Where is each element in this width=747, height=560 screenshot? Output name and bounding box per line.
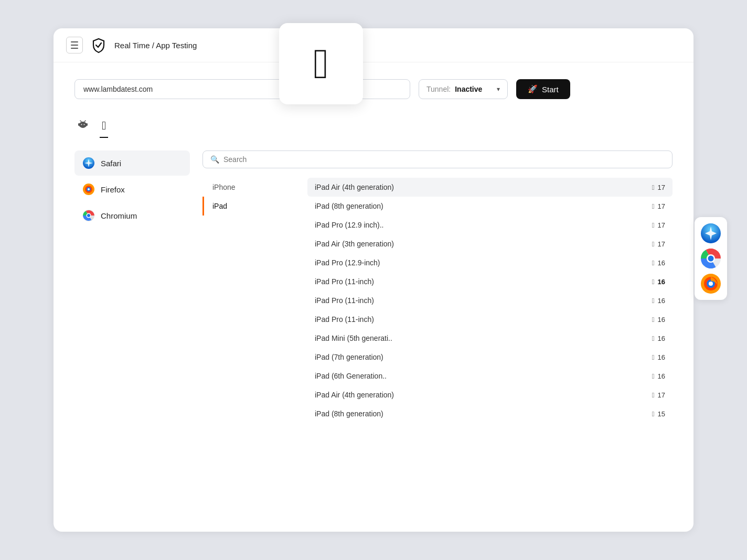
tunnel-label: Tunnel:	[426, 85, 451, 93]
svg-point-26	[709, 282, 713, 286]
device-name: iPad Mini (5th generati..	[315, 334, 652, 342]
tab-ios[interactable]: 	[100, 116, 108, 138]
device-name: iPad Pro (11-inch)	[315, 315, 652, 324]
tab-android[interactable]	[74, 114, 91, 138]
apple-icon-small: 	[652, 316, 655, 324]
browser-item-firefox[interactable]: Firefox	[74, 177, 190, 202]
table-row[interactable]: iPad (8th generation)  15	[307, 404, 673, 423]
ios-version: 16	[658, 335, 665, 342]
table-row[interactable]: iPad Mini (5th generati..  16	[307, 329, 673, 348]
browser-safari-label: Safari	[101, 159, 121, 168]
device-columns: iPhone iPad iPad Air (4th generation)  …	[202, 178, 673, 423]
apple-popup: 	[279, 23, 363, 104]
ios-version: 16	[658, 353, 665, 361]
right-chromium-button[interactable]	[700, 247, 722, 270]
svg-point-14	[88, 188, 90, 190]
firefox-icon	[82, 182, 95, 196]
ios-version: 16	[658, 316, 665, 324]
safari-icon	[82, 156, 95, 170]
tunnel-dropdown[interactable]: Tunnel: Inactive ▾	[419, 79, 508, 99]
apple-icon-small: 	[652, 297, 655, 305]
apple-icon-small: 	[652, 410, 655, 418]
apple-icon-small: 	[652, 391, 655, 399]
device-search-input[interactable]	[223, 155, 665, 164]
device-name: iPad Air (3th generation)	[315, 240, 652, 248]
ios-version: 15	[658, 410, 665, 418]
table-row[interactable]: iPad Pro (11-inch)  16	[307, 272, 673, 291]
ios-version: 17	[658, 221, 665, 229]
ios-version: 17	[658, 240, 665, 248]
tunnel-value: Inactive	[455, 85, 482, 93]
table-row[interactable]: iPad Pro (11-inch)  16	[307, 310, 673, 329]
device-name: iPad Pro (11-inch)	[315, 277, 652, 286]
device-name: iPad (6th Generation..	[315, 372, 652, 380]
svg-line-5	[80, 121, 81, 122]
table-row[interactable]: iPad Pro (11-inch)  16	[307, 291, 673, 310]
browser-chromium-label: Chromium	[101, 211, 137, 220]
device-name: iPad (8th generation)	[315, 202, 652, 210]
browser-item-safari[interactable]: Safari	[74, 150, 190, 176]
browser-list: Safari Firefox	[74, 150, 190, 228]
ios-version: 16	[658, 372, 665, 380]
device-name: iPad (8th generation)	[315, 410, 652, 418]
content-area: Tunnel: Inactive ▾ 🚀 Start	[54, 62, 693, 444]
browser-item-chromium[interactable]: Chromium	[74, 203, 190, 228]
ios-version: 17	[658, 202, 665, 210]
apple-icon-small: 	[652, 202, 655, 210]
apple-icon-small: 	[652, 353, 655, 361]
chevron-down-icon: ▾	[497, 85, 500, 93]
device-name: iPad Pro (12.9-inch)	[315, 259, 652, 267]
table-row[interactable]: iPad Air (4th generation)  17	[307, 385, 673, 404]
svg-rect-2	[79, 123, 87, 127]
apple-icon-small: 	[652, 184, 655, 191]
device-panel: 🔍 iPhone iPad iPad Air (4th generation)	[202, 150, 673, 423]
table-row[interactable]: iPad Pro (12.9-inch)  16	[307, 253, 673, 272]
ios-version: 17	[658, 184, 665, 191]
table-row[interactable]: iPad (6th Generation..  16	[307, 367, 673, 385]
right-firefox-button[interactable]	[700, 273, 722, 295]
svg-rect-7	[78, 123, 80, 126]
right-safari-button[interactable]	[700, 222, 722, 244]
rocket-icon: 🚀	[528, 84, 538, 94]
apple-icon-small: 	[652, 259, 655, 267]
chromium-icon	[82, 209, 95, 222]
apple-logo-large: 	[313, 43, 328, 85]
svg-point-3	[81, 124, 82, 125]
device-list-col: iPad Air (4th generation)  17 iPad (8th…	[307, 178, 673, 423]
search-icon: 🔍	[210, 155, 219, 164]
svg-point-4	[84, 124, 85, 125]
svg-rect-8	[87, 123, 88, 126]
device-name: iPad Pro (12.9 inch)..	[315, 221, 652, 229]
table-row[interactable]: iPad (8th generation)  17	[307, 197, 673, 216]
hamburger-icon	[71, 41, 78, 49]
ios-version: 16	[658, 259, 665, 267]
ios-version: 16	[658, 278, 665, 286]
table-row[interactable]: iPad Air (3th generation)  17	[307, 234, 673, 253]
url-row: Tunnel: Inactive ▾ 🚀 Start	[74, 79, 673, 99]
main-card:  Real Time / App Testing Tunnel:	[54, 28, 693, 532]
device-category-col: iPhone iPad	[202, 178, 307, 423]
start-button[interactable]: 🚀 Start	[516, 79, 570, 99]
ios-version: 16	[658, 297, 665, 305]
table-row[interactable]: iPad Pro (12.9 inch)..  17	[307, 216, 673, 234]
svg-point-17	[87, 214, 90, 217]
table-row[interactable]: iPad (7th generation)  16	[307, 348, 673, 367]
category-ipad[interactable]: iPad	[202, 197, 307, 216]
svg-point-22	[708, 256, 714, 262]
header-title: Real Time / App Testing	[114, 41, 197, 50]
device-search-bar: 🔍	[202, 150, 673, 168]
apple-icon-small: 	[652, 372, 655, 380]
svg-line-6	[84, 121, 86, 122]
device-name: iPad Pro (11-inch)	[315, 296, 652, 305]
apple-icon: 	[102, 119, 106, 133]
apple-icon-small: 	[652, 335, 655, 342]
table-row[interactable]: iPad Air (4th generation)  17	[307, 178, 673, 197]
right-browser-panel	[695, 217, 727, 300]
menu-button[interactable]	[66, 37, 83, 53]
device-name: iPad Air (4th generation)	[315, 183, 652, 191]
header: Real Time / App Testing	[54, 28, 693, 62]
device-name: iPad (7th generation)	[315, 353, 652, 361]
browser-firefox-label: Firefox	[101, 185, 125, 194]
device-name: iPad Air (4th generation)	[315, 391, 652, 399]
category-iphone[interactable]: iPhone	[202, 178, 307, 197]
